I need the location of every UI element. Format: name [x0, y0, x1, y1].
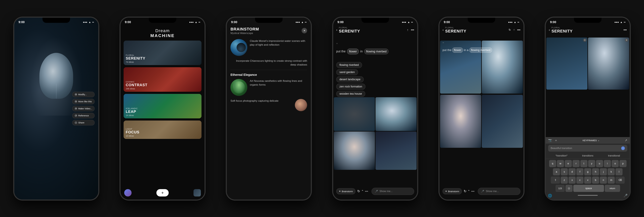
- user-avatar[interactable]: [124, 189, 132, 197]
- quote-action-icon-5[interactable]: ": [468, 189, 470, 193]
- riverbed-chip-5[interactable]: flowing riverbed: [469, 47, 492, 53]
- key-j[interactable]: j: [600, 168, 607, 175]
- key-m[interactable]: m: [608, 177, 615, 184]
- show-me-input-5[interactable]: 🎤 Show me...: [478, 188, 520, 195]
- refresh-icon-5a[interactable]: ↻: [508, 28, 511, 32]
- p6-image-2[interactable]: ✕: [588, 37, 629, 90]
- cosmic-count: 296 ideas: [126, 87, 147, 90]
- key-a[interactable]: a: [553, 168, 560, 175]
- close-button[interactable]: ✕: [302, 28, 307, 33]
- key-shift[interactable]: ⇧: [551, 177, 560, 184]
- p6-image-1[interactable]: ✕: [546, 37, 588, 90]
- globe-icon[interactable]: 🌐: [548, 194, 552, 198]
- suggestion-desert-landscape[interactable]: desert landscape: [336, 76, 364, 82]
- delete-image-2-btn[interactable]: ✕: [625, 38, 628, 42]
- delete-image-1-btn[interactable]: ✕: [583, 38, 586, 42]
- key-w[interactable]: w: [557, 160, 564, 167]
- dots-icon-4[interactable]: •••: [365, 190, 368, 193]
- keyframes-button[interactable]: KEYFRAMES ⌄: [583, 139, 600, 142]
- key-d[interactable]: d: [568, 168, 576, 175]
- key-t[interactable]: t: [580, 160, 588, 167]
- brainstorm-button-4[interactable]: ✦ Brainstorm: [336, 188, 356, 194]
- brainstorm-button-5[interactable]: ✦ Brainstorm: [442, 188, 462, 194]
- key-h[interactable]: h: [592, 168, 599, 175]
- notch-5: [468, 18, 495, 23]
- key-row-3: ⇧ z x c v b n m ⌫: [546, 177, 629, 184]
- refresh-icon-5b[interactable]: ↻: [464, 189, 466, 193]
- send-icon[interactable]: ↗: [625, 139, 627, 142]
- key-z[interactable]: z: [561, 177, 568, 184]
- quote-action-icon-4[interactable]: ": [362, 189, 363, 193]
- brainstorm-scroll-area[interactable]: Claude Monet's impressionist water scene…: [227, 39, 311, 200]
- collection-item-cosmic[interactable]: COSMIC CONTRAST 296 ideas: [124, 67, 202, 92]
- p5-image-3[interactable]: [440, 95, 481, 148]
- add-button[interactable]: +: [156, 189, 169, 197]
- back-button-5[interactable]: ‹: [442, 28, 444, 32]
- key-y[interactable]: y: [588, 160, 595, 167]
- show-me-input-4[interactable]: 🎤 Show me...: [372, 188, 414, 195]
- more-icon-4[interactable]: •••: [411, 28, 414, 32]
- share-button[interactable]: ↑ Share: [72, 120, 94, 125]
- key-r[interactable]: r: [572, 160, 580, 167]
- key-l[interactable]: l: [616, 168, 622, 175]
- collection-item-light[interactable]: LIGHT FOCUS 10 ideas: [124, 121, 202, 139]
- key-o[interactable]: o: [612, 160, 619, 167]
- more-icon-6[interactable]: •••: [624, 28, 627, 32]
- key-g[interactable]: g: [584, 168, 591, 175]
- back-button-4[interactable]: ‹: [336, 28, 337, 32]
- suggestion-word-3[interactable]: transitional: [608, 154, 620, 157]
- wifi-icon-1: ▲: [88, 21, 91, 23]
- mic-icon[interactable]: 🎤: [624, 194, 628, 198]
- key-n[interactable]: n: [600, 177, 607, 184]
- flower-chip-5[interactable]: flower: [452, 47, 463, 53]
- grid-image-2-4[interactable]: [376, 97, 416, 131]
- collection-item-floral[interactable]: FLORAL SERENITY 74 ideas: [124, 41, 202, 65]
- key-k[interactable]: k: [608, 168, 615, 175]
- dots-icon-5[interactable]: •••: [471, 190, 474, 193]
- key-e[interactable]: e: [565, 160, 572, 167]
- suggestion-flowing-riverbed[interactable]: flowing riverbed: [336, 62, 362, 68]
- key-c[interactable]: c: [576, 177, 584, 184]
- make-video-button[interactable]: ✦ Make Video...: [72, 106, 94, 111]
- camera-icon[interactable]: 📷: [548, 138, 552, 142]
- key-v[interactable]: v: [584, 177, 591, 184]
- suggestion-word-1[interactable]: *transition*: [556, 154, 567, 157]
- header-title-section-4: FLORAL SERENITY: [337, 26, 407, 33]
- key-return[interactable]: return: [605, 185, 620, 192]
- refresh-icon-4[interactable]: ↻: [357, 189, 360, 193]
- p5-image-4[interactable]: [482, 95, 523, 148]
- add-icon-kb[interactable]: ＋: [554, 138, 558, 142]
- grid-image-3-4[interactable]: [334, 132, 375, 170]
- send-btn[interactable]: ↑: [621, 146, 625, 150]
- suggestion-wooden-tea-house[interactable]: wooden tea house: [336, 91, 365, 97]
- key-q[interactable]: q: [549, 160, 556, 167]
- upload-icon-4[interactable]: ↑: [407, 28, 408, 32]
- transition-input-area[interactable]: Beautiful transition ↑: [548, 145, 627, 152]
- reference-button[interactable]: ↗ Reference: [72, 113, 94, 118]
- riverbed-chip-4[interactable]: flowing riverbed: [364, 48, 388, 54]
- key-p[interactable]: p: [620, 160, 626, 167]
- key-i[interactable]: i: [604, 160, 611, 167]
- key-delete[interactable]: ⌫: [616, 177, 625, 184]
- back-button-6[interactable]: ‹: [549, 28, 550, 32]
- modify-button[interactable]: ✦ Modify...: [72, 92, 94, 97]
- key-u[interactable]: u: [596, 160, 603, 167]
- thumbnail-image[interactable]: [194, 189, 201, 197]
- suggestion-word-2[interactable]: transitions: [582, 154, 594, 157]
- key-x[interactable]: x: [568, 177, 576, 184]
- collection-item-icelandic[interactable]: ICELANDIC LEAP 14 ideas: [124, 94, 202, 118]
- suggestion-sand-garden[interactable]: sand garden: [336, 69, 358, 75]
- more-like-this-button[interactable]: ✦ More like this: [72, 99, 94, 104]
- key-space[interactable]: space: [573, 185, 604, 192]
- share-icon-5[interactable]: ↑: [513, 28, 515, 32]
- key-num[interactable]: 123: [556, 185, 565, 192]
- more-icon-5[interactable]: •••: [517, 28, 520, 32]
- grid-image-1-4[interactable]: [334, 97, 375, 131]
- key-b[interactable]: b: [592, 177, 599, 184]
- key-s[interactable]: s: [561, 168, 568, 175]
- grid-image-4-4[interactable]: [376, 132, 416, 170]
- key-f[interactable]: f: [576, 168, 584, 175]
- flower-chip-4[interactable]: flower: [347, 48, 359, 54]
- suggestion-zen-rock[interactable]: zen rock formation: [336, 84, 366, 90]
- key-emoji[interactable]: ☺: [566, 185, 572, 192]
